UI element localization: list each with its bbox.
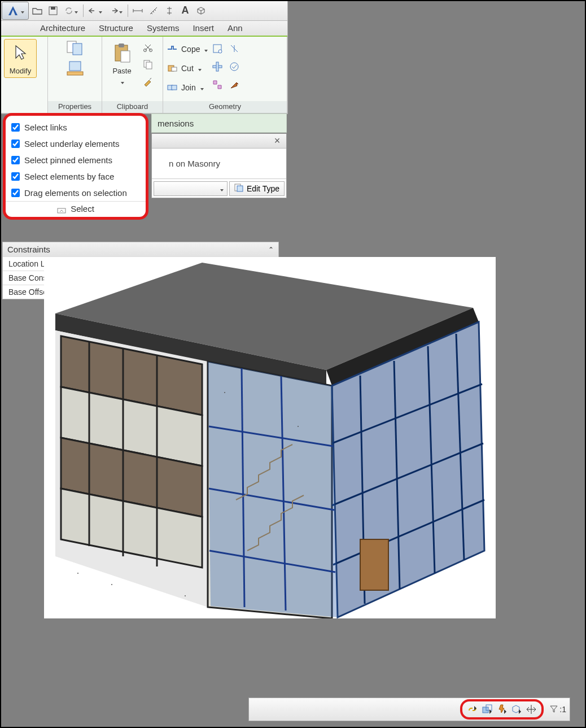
match-icon[interactable] — [141, 74, 155, 89]
status-bar: :1 — [248, 698, 570, 721]
join-button[interactable]: Join — [167, 80, 208, 95]
tab-architecture[interactable]: Architecture — [33, 21, 92, 36]
geom-tool-4[interactable] — [227, 41, 242, 56]
geom-tool-1[interactable] — [210, 41, 225, 56]
panel-title-properties: Properties — [48, 101, 102, 113]
paste-button[interactable]: Paste — [106, 39, 138, 89]
edit-type-icon — [234, 183, 243, 194]
svg-marker-45 — [208, 361, 338, 617]
filter-count: :1 — [559, 705, 566, 714]
quick-access-toolbar: A — [1, 1, 287, 21]
constraints-header[interactable]: Constraints ⌃ — [3, 242, 278, 256]
properties-palette: × n on Masonry Edit Type — [151, 133, 287, 198]
measure-icon[interactable] — [146, 3, 161, 18]
svg-rect-3 — [73, 43, 82, 55]
open-icon[interactable] — [30, 3, 45, 18]
palette-header: × — [152, 134, 286, 149]
select-pinned-option[interactable]: Select pinned elements — [9, 152, 142, 168]
option-label: Select underlay elements — [24, 139, 119, 149]
drag-on-selection-toggle[interactable] — [524, 703, 538, 716]
geom-tool-2[interactable] — [210, 59, 225, 74]
select-expanded-panel: Select links Select underlay elements Se… — [3, 113, 148, 220]
3d-icon[interactable] — [194, 3, 208, 18]
svg-rect-51 — [360, 539, 388, 590]
checkbox[interactable] — [11, 172, 20, 181]
text-icon[interactable]: A — [178, 3, 193, 18]
type-props-icon[interactable] — [66, 39, 84, 57]
select-by-face-toggle[interactable] — [510, 703, 523, 716]
select-panel-title[interactable]: Select — [6, 201, 146, 217]
svg-rect-5 — [67, 72, 83, 75]
cope-button[interactable]: Cope — [167, 41, 208, 57]
paste-label: Paste — [112, 67, 131, 75]
tab-annotate[interactable]: Ann — [221, 21, 250, 36]
svg-point-18 — [218, 50, 222, 53]
expand-icon: ⌃ — [268, 246, 274, 254]
svg-point-21 — [230, 63, 238, 71]
cut-geom-button[interactable]: Cut — [167, 60, 208, 76]
svg-rect-20 — [216, 62, 218, 71]
demolish-icon[interactable] — [227, 77, 242, 92]
undo-icon[interactable] — [86, 3, 105, 18]
svg-rect-12 — [146, 62, 152, 69]
option-label: Select pinned elements — [24, 155, 112, 165]
cut-icon[interactable] — [141, 40, 155, 55]
tab-insert[interactable]: Insert — [186, 21, 221, 36]
svg-rect-7 — [119, 43, 124, 47]
section-icon[interactable] — [162, 3, 177, 18]
separator — [128, 5, 128, 17]
svg-point-54 — [185, 595, 186, 596]
join-label: Join — [181, 83, 196, 92]
geom-tool-3[interactable] — [210, 77, 225, 92]
svg-rect-4 — [69, 62, 81, 71]
edit-type-label: Edit Type — [247, 184, 279, 193]
panel-title-clipboard: Clipboard — [102, 101, 163, 113]
ribbon: Modify x Properties Paste — [1, 37, 287, 114]
type-dropdown[interactable] — [154, 181, 228, 196]
context-tab-fragment[interactable]: mensions — [151, 114, 287, 133]
select-by-face-option[interactable]: Select elements by face — [9, 168, 142, 185]
svg-rect-24 — [237, 186, 243, 191]
svg-point-56 — [298, 426, 299, 427]
redo-icon[interactable] — [106, 3, 125, 18]
modify-button[interactable]: Modify — [4, 39, 37, 78]
option-label: Select links — [24, 123, 67, 132]
active-tab-indicator — [1, 36, 287, 37]
svg-rect-14 — [172, 67, 177, 71]
type-row: Edit Type — [152, 178, 286, 198]
app-menu-button[interactable] — [2, 2, 29, 20]
modify-label: Modify — [10, 67, 31, 75]
sync-icon[interactable] — [62, 3, 81, 18]
select-underlay-option[interactable]: Select underlay elements — [9, 136, 142, 152]
drag-on-selection-option[interactable]: Drag elements on selection — [9, 185, 142, 201]
select-underlay-toggle[interactable] — [480, 703, 494, 716]
select-links-toggle[interactable] — [466, 703, 479, 716]
checkbox[interactable] — [11, 123, 20, 132]
collapse-icon — [57, 206, 66, 212]
tab-structure[interactable]: Structure — [92, 21, 140, 36]
select-pinned-toggle[interactable] — [495, 703, 509, 716]
checkbox[interactable] — [11, 140, 20, 148]
svg-point-52 — [77, 573, 78, 574]
select-title-label: Select — [71, 204, 94, 213]
save-icon[interactable] — [46, 3, 60, 18]
edit-type-button[interactable]: Edit Type — [229, 181, 285, 196]
cursor-icon — [9, 42, 32, 64]
geom-tool-5[interactable] — [227, 59, 242, 74]
selection-filter[interactable]: :1 — [549, 704, 566, 715]
dim-icon[interactable] — [130, 3, 145, 18]
filter-icon — [549, 704, 558, 715]
select-links-option[interactable]: Select links — [9, 119, 142, 136]
svg-point-55 — [224, 392, 225, 393]
3d-view[interactable] — [44, 257, 496, 618]
copy-icon[interactable] — [141, 57, 155, 72]
panel-select: Modify x — [1, 37, 48, 113]
close-icon[interactable]: × — [272, 136, 283, 147]
inst-props-icon[interactable] — [66, 59, 84, 77]
panel-properties: Properties — [48, 37, 102, 113]
checkbox[interactable] — [11, 156, 20, 164]
checkbox[interactable] — [11, 189, 20, 197]
tab-systems[interactable]: Systems — [140, 21, 186, 36]
selection-toggle-group — [460, 699, 544, 720]
constraints-header-label: Constraints — [7, 245, 50, 254]
